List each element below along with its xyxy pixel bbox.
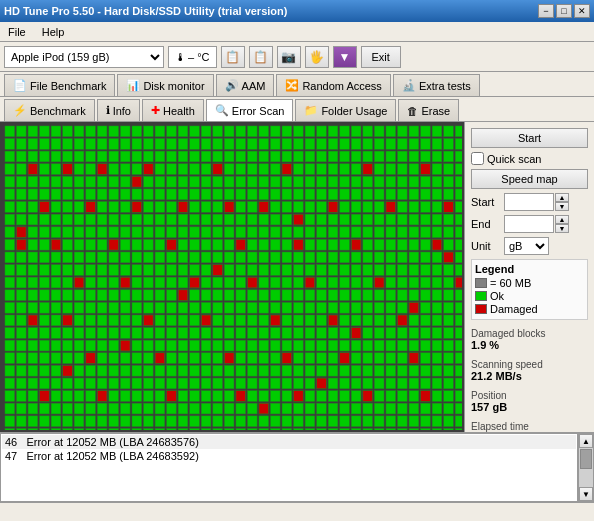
svg-rect-682 [432,315,442,326]
toolbar-btn-power[interactable]: 🖐 [305,46,329,68]
svg-rect-654 [109,315,119,326]
toolbar-btn-2[interactable]: 📋 [249,46,273,68]
tab-file-benchmark[interactable]: 📄 File Benchmark [4,74,115,96]
tab-aam[interactable]: 🔊 AAM [216,74,275,96]
device-selector[interactable]: Apple iPod (159 gB) [4,46,164,68]
tab-error-scan[interactable]: 🔍 Error Scan [206,99,294,121]
svg-rect-909 [74,391,84,402]
svg-rect-629 [317,302,327,313]
svg-rect-939 [421,391,431,402]
start-value[interactable]: 0 [504,193,554,211]
exit-button[interactable]: Exit [361,46,401,68]
svg-rect-511 [444,265,454,276]
svg-rect-316 [178,214,188,225]
svg-rect-982 [421,403,431,414]
legend-color-speed [475,278,487,288]
svg-rect-790 [190,353,200,364]
svg-rect-63 [236,139,246,150]
svg-rect-331 [351,214,361,225]
svg-rect-446 [190,252,200,263]
svg-rect-308 [86,214,96,225]
tab-row-1: 📄 File Benchmark 📊 Disk monitor 🔊 AAM 🔀 … [0,72,594,97]
svg-rect-69 [305,139,315,150]
end-value[interactable]: 159 [504,215,554,233]
svg-rect-404 [201,239,211,250]
svg-rect-825 [97,365,107,376]
svg-rect-275 [201,202,211,213]
svg-rect-49 [74,139,84,150]
svg-rect-391 [51,239,61,250]
menu-file[interactable]: File [4,25,30,39]
svg-rect-398 [132,239,142,250]
svg-rect-481 [97,265,107,276]
svg-rect-21 [247,126,257,137]
svg-rect-844 [317,365,327,376]
start-down-arrow[interactable]: ▼ [555,202,569,211]
svg-rect-716 [328,328,338,339]
svg-rect-789 [178,353,188,364]
svg-rect-712 [282,328,292,339]
scroll-up-button[interactable]: ▲ [579,434,593,448]
svg-rect-731 [5,340,15,351]
quick-scan-checkbox[interactable] [471,152,484,165]
start-button[interactable]: Start [471,128,588,148]
svg-rect-539 [270,277,280,288]
svg-rect-1060 [328,429,338,430]
svg-rect-1049 [201,429,211,430]
scroll-down-button[interactable]: ▼ [579,487,593,501]
svg-rect-764 [386,340,396,351]
svg-rect-376 [374,227,384,238]
svg-rect-60 [201,139,211,150]
svg-rect-1001 [144,416,154,427]
svg-rect-28 [328,126,338,137]
svg-rect-269 [132,202,142,213]
toolbar-btn-1[interactable]: 📋 [221,46,245,68]
svg-rect-433 [40,252,50,263]
menu-help[interactable]: Help [38,25,69,39]
svg-rect-781 [86,353,96,364]
svg-rect-415 [328,239,338,250]
maximize-button[interactable]: □ [556,4,572,18]
minimize-button[interactable]: − [538,4,554,18]
svg-rect-1051 [224,429,234,430]
svg-rect-744 [155,340,165,351]
svg-rect-550 [398,277,408,288]
svg-rect-485 [144,265,154,276]
svg-rect-967 [247,403,257,414]
svg-rect-886 [305,378,315,389]
tab-benchmark[interactable]: ⚡ Benchmark [4,99,95,121]
svg-rect-1045 [155,429,165,430]
svg-rect-871 [132,378,142,389]
speed-map-button[interactable]: Speed map [471,169,588,189]
svg-rect-72 [340,139,350,150]
unit-selector[interactable]: gB MB [504,237,549,255]
toolbar-btn-camera[interactable]: 📷 [277,46,301,68]
scroll-thumb[interactable] [580,449,592,469]
svg-rect-430 [5,252,15,263]
tab-info[interactable]: ℹ Info [97,99,140,121]
start-up-arrow[interactable]: ▲ [555,193,569,202]
svg-rect-1065 [386,429,396,430]
svg-rect-905 [28,391,38,402]
svg-rect-497 [282,265,292,276]
end-down-arrow[interactable]: ▼ [555,224,569,233]
tab-extra-tests[interactable]: 🔬 Extra tests [393,74,480,96]
svg-rect-516 [5,277,15,288]
tab-disk-monitor[interactable]: 📊 Disk monitor [117,74,213,96]
tab-random-access[interactable]: 🔀 Random Access [276,74,390,96]
log-scrollbar[interactable]: ▲ ▼ [578,433,594,502]
end-up-arrow[interactable]: ▲ [555,215,569,224]
svg-rect-633 [363,302,373,313]
log-content[interactable]: 46 Error at 12052 MB (LBA 24683576) 47 E… [0,433,578,502]
close-button[interactable]: ✕ [574,4,590,18]
tab-folder-usage[interactable]: 📁 Folder Usage [295,99,396,121]
svg-rect-10 [120,126,130,137]
svg-rect-719 [363,328,373,339]
toolbar-btn-download[interactable]: ▼ [333,46,357,68]
tab-erase[interactable]: 🗑 Erase [398,99,459,121]
svg-rect-668 [270,315,280,326]
svg-rect-617 [178,302,188,313]
svg-rect-655 [120,315,130,326]
svg-rect-792 [213,353,223,364]
tab-health[interactable]: ✚ Health [142,99,204,121]
